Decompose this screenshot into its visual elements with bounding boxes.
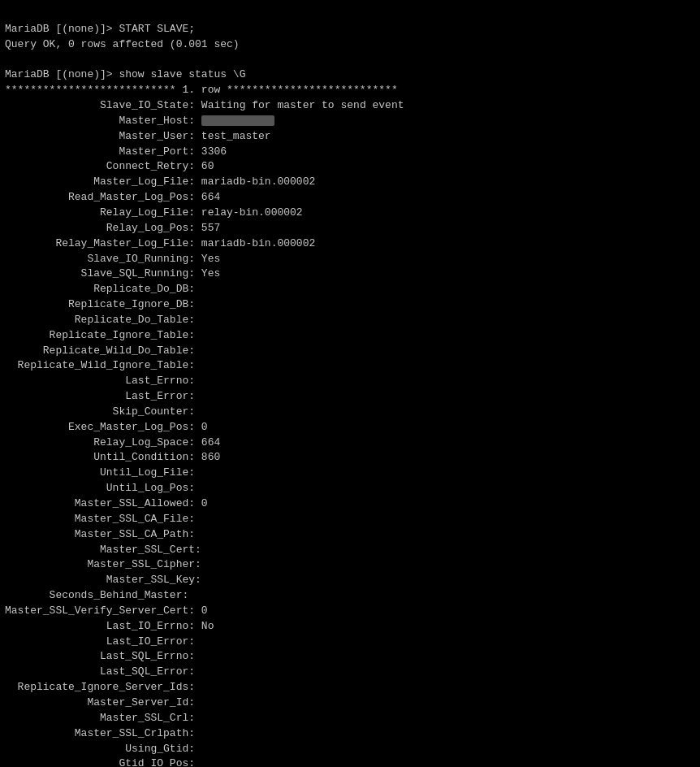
relay-log-file-line: Relay_Log_File: relay-bin.000002 (5, 206, 695, 221)
master-ssl-verify-server-cert-value: 0 (201, 604, 208, 617)
row-header: *************************** 1. row *****… (5, 83, 695, 98)
master-ssl-verify-server-cert-line: Master_SSL_Verify_Server_Cert: 0 (5, 604, 695, 619)
master-user-line: Master_User: test_master (5, 129, 695, 145)
until-condition-line: Until_Condition: 860 (5, 450, 695, 466)
master-ssl-cert-line: Master_SSL_Cert: (5, 543, 695, 558)
skip-counter-line: Skip_Counter: (5, 405, 695, 420)
replicate-wild-ignore-table-line: Replicate_Wild_Ignore_Table: (5, 358, 695, 374)
slave-io-state-value: Waiting for master to send event (201, 99, 404, 111)
replicate-ignore-db-line: Replicate_Ignore_DB: (5, 297, 695, 313)
exec-master-log-pos-value: 0 (201, 421, 208, 433)
blank-line (5, 53, 695, 68)
relay-master-log-file-value: mariadb-bin.000002 (201, 237, 315, 249)
master-host-line: Master_Host: (5, 114, 695, 129)
replicate-wild-do-table-line: Replicate_Wild_Do_Table: (5, 344, 695, 359)
master-ssl-ca-file-line: Master_SSL_CA_File: (5, 512, 695, 527)
master-ssl-crl-line: Master_SSL_Crl: (5, 711, 695, 726)
relay-log-pos-line: Relay_Log_Pos: 557 (5, 221, 695, 236)
last-io-errno-line: Last_IO_Errno: No (5, 619, 695, 635)
last-errno-line: Last_Errno: (5, 374, 695, 389)
relay-log-space-line: Relay_Log_Space: 664 (5, 436, 695, 451)
connect-retry-line: Connect_Retry: 60 (5, 159, 695, 175)
until-log-pos-line: Until_Log_Pos: (5, 481, 695, 496)
start-slave-cmd: MariaDB [(none)]> START SLAVE; (5, 22, 695, 37)
relay-log-space-value: 664 (201, 436, 220, 448)
replicate-ignore-server-ids-line: Replicate_Ignore_Server_Ids: (5, 680, 695, 696)
master-host-value (201, 115, 274, 126)
connect-retry-value: 60 (201, 160, 214, 172)
master-ssl-crlpath-line: Master_SSL_Crlpath: (5, 726, 695, 742)
last-io-errno-value: No (201, 620, 214, 632)
last-error-line: Last_Error: (5, 389, 695, 405)
relay-log-pos-value: 557 (201, 222, 220, 234)
start-slave-result: Query OK, 0 rows affected (0.001 sec) (5, 37, 695, 53)
replicate-do-db-line: Replicate_Do_DB: (5, 282, 695, 297)
master-log-file-line: Master_Log_File: mariadb-bin.000002 (5, 175, 695, 190)
master-ssl-allowed-line: Master_SSL_Allowed: 0 (5, 496, 695, 512)
slave-sql-running-value: Yes (201, 267, 220, 280)
master-port-value: 3306 (201, 145, 227, 158)
relay-master-log-file-line: Relay_Master_Log_File: mariadb-bin.00000… (5, 236, 695, 252)
seconds-behind-master-line: Seconds_Behind_Master: (5, 588, 695, 604)
terminal-output: MariaDB [(none)]> START SLAVE;Query OK, … (5, 6, 695, 767)
master-port-line: Master_Port: 3306 (5, 145, 695, 160)
relay-log-file-value: relay-bin.000002 (201, 206, 303, 219)
slave-sql-running-line: Slave_SQL_Running: Yes (5, 266, 695, 282)
last-io-error-line: Last_IO_Error: (5, 635, 695, 650)
until-log-file-line: Until_Log_File: (5, 466, 695, 481)
master-log-file-value: mariadb-bin.000002 (201, 176, 315, 188)
using-gtid-line: Using_Gtid: (5, 742, 695, 757)
master-ssl-allowed-value: 0 (201, 497, 208, 509)
until-condition-value: 860 (201, 451, 220, 463)
read-master-log-pos-line: Read_Master_Log_Pos: 664 (5, 190, 695, 206)
exec-master-log-pos-line: Exec_Master_Log_Pos: 0 (5, 420, 695, 436)
slave-io-running-line: Slave_IO_Running: Yes (5, 252, 695, 267)
read-master-log-pos-value: 664 (201, 191, 220, 203)
last-sql-error-line: Last_SQL_Error: (5, 665, 695, 680)
show-slave-cmd: MariaDB [(none)]> show slave status \G (5, 67, 695, 83)
master-user-value: test_master (201, 130, 271, 142)
master-ssl-cipher-line: Master_SSL_Cipher: (5, 557, 695, 573)
last-sql-errno-line: Last_SQL_Errno: (5, 649, 695, 665)
replicate-ignore-table-line: Replicate_Ignore_Table: (5, 328, 695, 344)
slave-io-state-line: Slave_IO_State: Waiting for master to se… (5, 98, 695, 114)
slave-io-running-value: Yes (201, 253, 220, 265)
replicate-do-table-line: Replicate_Do_Table: (5, 313, 695, 328)
gtid-io-pos-line: Gtid_IO_Pos: (5, 756, 695, 767)
master-server-id-line: Master_Server_Id: (5, 696, 695, 711)
master-ssl-ca-path-line: Master_SSL_CA_Path: (5, 527, 695, 543)
master-ssl-key-line: Master_SSL_Key: (5, 573, 695, 588)
